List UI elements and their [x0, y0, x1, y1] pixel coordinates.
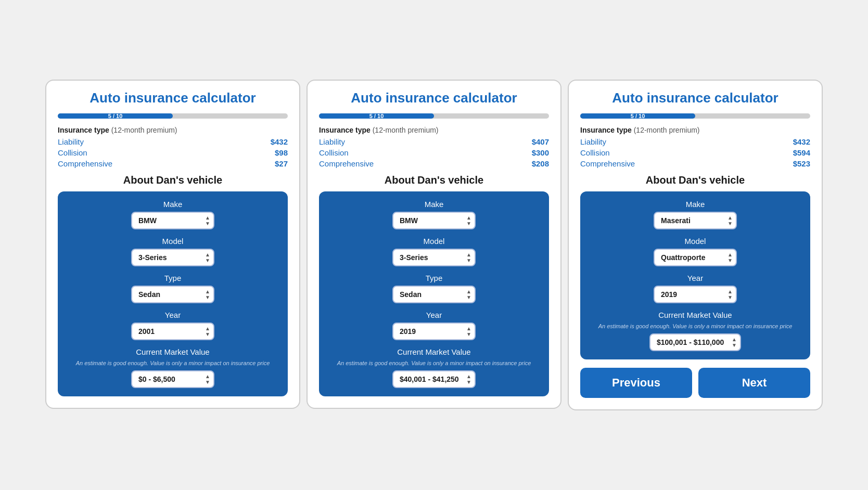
progress-bar-container: 5 / 10 [319, 111, 549, 121]
select-make-3[interactable]: Maserati [654, 212, 737, 229]
select-wrapper-make-1: BMW▲▼ [131, 212, 214, 229]
select-year-3[interactable]: 2019 [654, 286, 737, 303]
progress-label: 5 / 10 [319, 113, 434, 119]
form-field-make-1: MakeBMW▲▼ [68, 200, 277, 229]
select-wrapper-value-2: $40,001 - $41,250▲▼ [392, 370, 476, 388]
form-field-label: Make [163, 200, 183, 209]
insurance-type-header: Insurance type (12-month premium) [58, 126, 288, 134]
select-model-1[interactable]: 3-Series [131, 249, 214, 266]
insurance-row-label: Comprehensive [319, 159, 374, 168]
previous-button[interactable]: Previous [580, 368, 692, 398]
form-field-model-3: ModelQuattroporte▲▼ [591, 237, 800, 266]
select-type-2[interactable]: Sedan [392, 286, 476, 303]
insurance-row-label: Liability [319, 137, 345, 146]
card-title: Auto insurance calculator [580, 90, 810, 106]
select-value-2[interactable]: $40,001 - $41,250 [392, 370, 476, 388]
insurance-row-label: Comprehensive [580, 159, 635, 168]
select-wrapper-year-3: 2019▲▼ [654, 286, 737, 303]
form-field-model-1: Model3-Series▲▼ [68, 237, 277, 266]
insurance-row-value: $432 [793, 137, 810, 146]
insurance-row-value: $300 [532, 148, 549, 157]
insurance-row-value: $98 [275, 148, 288, 157]
select-type-1[interactable]: Sedan [131, 286, 214, 303]
form-field-label: Make [686, 200, 705, 209]
select-wrapper-value-3: $100,001 - $110,000▲▼ [649, 333, 741, 351]
form-field-label: Year [165, 311, 181, 319]
form-field-label: Type [426, 274, 443, 282]
form-field-year-2: Year2019▲▼ [329, 311, 539, 340]
select-model-2[interactable]: 3-Series [392, 249, 476, 266]
form-field-label: Make [425, 200, 444, 209]
insurance-row: Comprehensive$208 [319, 158, 549, 169]
card-buttons: PreviousNext [580, 368, 810, 398]
form-field-label: Model [162, 237, 184, 246]
progress-bar-container: 5 / 10 [580, 111, 810, 121]
form-field-label: Year [687, 274, 703, 282]
select-wrapper-make-3: Maserati▲▼ [654, 212, 737, 229]
form-field-type-2: TypeSedan▲▼ [329, 274, 539, 303]
insurance-row-label: Collision [580, 148, 610, 157]
select-wrapper-make-2: BMW▲▼ [392, 212, 476, 229]
form-field-sublabel: An estimate is good enough. Value is onl… [598, 323, 793, 330]
select-wrapper-year-2: 2019▲▼ [392, 323, 476, 340]
select-year-1[interactable]: 2001 [131, 323, 214, 340]
select-make-1[interactable]: BMW [131, 212, 214, 229]
insurance-row-label: Liability [580, 137, 606, 146]
calculator-card-1: Auto insurance calculator5 / 10Insurance… [45, 80, 300, 408]
insurance-type-header: Insurance type (12-month premium) [580, 126, 810, 134]
select-year-2[interactable]: 2019 [392, 323, 476, 340]
insurance-row-label: Collision [319, 148, 349, 157]
progress-label: 5 / 10 [580, 113, 695, 119]
insurance-type-section: Insurance type (12-month premium)Liabili… [580, 126, 810, 169]
form-field-label: Current Market Value [397, 347, 470, 356]
insurance-type-section: Insurance type (12-month premium)Liabili… [319, 126, 549, 169]
insurance-row-value: $594 [793, 148, 810, 157]
form-field-year-3: Year2019▲▼ [591, 274, 800, 303]
select-wrapper-type-1: Sedan▲▼ [131, 286, 214, 303]
card-title: Auto insurance calculator [58, 90, 288, 106]
select-make-2[interactable]: BMW [392, 212, 476, 229]
form-field-value-2: Current Market ValueAn estimate is good … [329, 347, 539, 388]
calculator-card-2: Auto insurance calculator5 / 10Insurance… [307, 80, 561, 408]
form-field-type-1: TypeSedan▲▼ [68, 274, 277, 303]
form-field-value-1: Current Market ValueAn estimate is good … [68, 347, 277, 388]
form-field-label: Model [424, 237, 445, 246]
insurance-row: Comprehensive$523 [580, 158, 810, 169]
vehicle-section-title: About Dan's vehicle [319, 174, 549, 186]
insurance-row-value: $208 [532, 159, 549, 168]
select-model-3[interactable]: Quattroporte [654, 249, 737, 266]
insurance-type-header: Insurance type (12-month premium) [319, 126, 549, 134]
insurance-row-label: Collision [58, 148, 87, 157]
form-field-label: Year [426, 311, 442, 319]
calculator-card-3: Auto insurance calculator5 / 10Insurance… [568, 80, 823, 410]
next-button[interactable]: Next [698, 368, 810, 398]
progress-label: 5 / 10 [58, 113, 173, 119]
form-field-make-2: MakeBMW▲▼ [329, 200, 539, 229]
insurance-row-label: Liability [58, 137, 84, 146]
insurance-row-label: Comprehensive [58, 159, 112, 168]
select-wrapper-model-3: Quattroporte▲▼ [654, 249, 737, 266]
form-field-label: Current Market Value [658, 311, 732, 319]
select-value-3[interactable]: $100,001 - $110,000 [649, 333, 741, 351]
select-wrapper-type-2: Sedan▲▼ [392, 286, 476, 303]
card-title: Auto insurance calculator [319, 90, 549, 106]
insurance-type-section: Insurance type (12-month premium)Liabili… [58, 126, 288, 169]
vehicle-form: MakeMaserati▲▼ModelQuattroporte▲▼Year201… [580, 191, 810, 359]
insurance-row-value: $407 [532, 137, 549, 146]
vehicle-form: MakeBMW▲▼Model3-Series▲▼TypeSedan▲▼Year2… [319, 191, 549, 396]
select-wrapper-value-1: $0 - $6,500▲▼ [131, 370, 214, 388]
insurance-row-value: $27 [275, 159, 288, 168]
insurance-row: Liability$432 [580, 136, 810, 147]
form-field-model-2: Model3-Series▲▼ [329, 237, 539, 266]
form-field-value-3: Current Market ValueAn estimate is good … [591, 311, 800, 351]
select-value-1[interactable]: $0 - $6,500 [131, 370, 214, 388]
insurance-row: Collision$594 [580, 147, 810, 158]
form-field-sublabel: An estimate is good enough. Value is onl… [337, 359, 531, 367]
insurance-row: Liability$432 [58, 136, 288, 147]
form-field-label: Current Market Value [136, 347, 209, 356]
select-wrapper-year-1: 2001▲▼ [131, 323, 214, 340]
select-wrapper-model-1: 3-Series▲▼ [131, 249, 214, 266]
insurance-row: Comprehensive$27 [58, 158, 288, 169]
progress-bar-container: 5 / 10 [58, 111, 288, 121]
vehicle-section-title: About Dan's vehicle [580, 174, 810, 186]
